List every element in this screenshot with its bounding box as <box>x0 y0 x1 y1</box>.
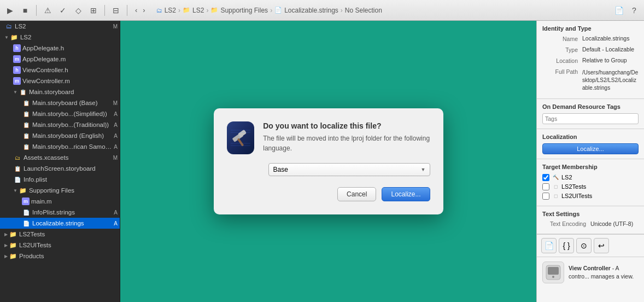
breadcrumb: 🗂 LS2 › 📁 LS2 › 📁 Supporting Files › 📄 L… <box>156 7 609 14</box>
main-m-icon: m <box>22 198 30 205</box>
nav-buttons: ‹ › <box>133 5 148 15</box>
sidebar-item-localizable-strings[interactable]: 📄 Localizable.strings A <box>0 218 120 229</box>
modal-select-wrapper: Base English Simplified Chinese Traditio… <box>268 163 430 176</box>
m-icon: m <box>13 55 21 63</box>
back-button[interactable]: ‹ <box>133 5 139 15</box>
modal-dialog: Do you want to localize this file? The f… <box>214 108 443 214</box>
sidebar-item-launchscreen[interactable]: 📋 LaunchScreen.storyboard <box>0 163 120 174</box>
sidebar-item-infoplist-strings[interactable]: 📄 InfoPlist.strings A <box>0 207 120 218</box>
storyboard-base-icon: 📋 <box>22 98 31 107</box>
breadcrumb-item-2[interactable]: 📁 LS2 <box>183 7 204 14</box>
forward-button[interactable]: › <box>140 5 147 15</box>
collapse-arrow-6: ▶ <box>4 254 8 259</box>
sidebar-item-appdelegate-h[interactable]: h AppDelegate.h <box>0 43 120 54</box>
file-icon[interactable]: 📄 <box>613 5 624 16</box>
target-ls2-checkbox[interactable] <box>542 174 549 181</box>
sidebar-item-ls2[interactable]: ▼ 📁 LS2 <box>0 32 120 43</box>
sidebar-item-main-storyboard[interactable]: ▼ 📋 Main.storyboard <box>0 86 120 97</box>
location-row: Location Relative to Group <box>542 57 639 66</box>
sidebar-item-storyboard-base[interactable]: 📋 Main.storyboard (Base) M <box>0 97 120 108</box>
run-button[interactable]: ▶ <box>4 5 15 16</box>
bottom-icons: 📄 { } ⊙ ↩ <box>537 234 644 257</box>
encoding-label: Text Encoding <box>542 220 586 227</box>
identity-type-title: Identity and Type <box>542 25 639 32</box>
collapse-arrow-5: ▶ <box>4 243 8 248</box>
localize-btn[interactable]: Localize... <box>542 143 639 154</box>
toolbar-right: 📄 ? <box>613 5 640 16</box>
sidebar-item-main-m[interactable]: m main.m <box>0 196 120 207</box>
target-membership-section: Target Membership 🔨 LS2 ◻ LS2Tests ◻ LS2… <box>537 159 644 206</box>
ls2tests-icon: 📁 <box>9 230 17 239</box>
stop-button[interactable]: ■ <box>20 5 31 16</box>
plist-icon: 📄 <box>13 175 22 184</box>
sidebar-item-viewcontroller-m[interactable]: m ViewController.m <box>0 76 120 86</box>
text-settings-section: Text Settings Text Encoding Unicode (UTF… <box>537 206 644 234</box>
sidebar-item-ls2uitests[interactable]: ▶ 📁 LS2UITests <box>0 240 120 251</box>
breadcrumb-item-1[interactable]: 🗂 LS2 <box>156 7 176 14</box>
on-demand-section: On Demand Resource Tags <box>537 99 644 129</box>
help-icon[interactable]: ? <box>629 5 640 16</box>
identity-type-section: Identity and Type Name Localizable.strin… <box>537 21 644 99</box>
cancel-button[interactable]: Cancel <box>337 187 376 201</box>
encoding-value: Unicode (UTF-8) <box>590 220 633 227</box>
localization-title: Localization <box>542 133 639 140</box>
folder-icon: 📁 <box>10 33 19 42</box>
vc-text: View Controller - A contro... manages a … <box>569 264 639 280</box>
checkmark-icon[interactable]: ✓ <box>57 5 68 16</box>
name-value: Localizable.strings <box>582 35 639 42</box>
breadcrumb-item-3[interactable]: 📁 Supporting Files <box>210 7 268 14</box>
modal-buttons: Cancel Localize... <box>227 187 430 201</box>
location-value: Relative to Group <box>582 57 639 63</box>
target-ls2uitests-checkbox[interactable] <box>542 193 549 200</box>
breadcrumb-item-4[interactable]: 📄 Localizable.strings <box>274 7 338 14</box>
language-dropdown[interactable]: Base English Simplified Chinese Traditio… <box>268 163 430 176</box>
project-icon: 🗂 <box>4 22 13 31</box>
localize-button[interactable]: Localize... <box>382 187 430 201</box>
modal-title: Do you want to localize this file? <box>263 121 430 130</box>
storyboard-traditional-icon: 📋 <box>22 120 31 129</box>
h-icon: h <box>13 44 21 52</box>
modal-header: Do you want to localize this file? The f… <box>227 121 430 154</box>
sidebar-item-storyboard-traditional[interactable]: 📋 Main.storybо...(Traditional)) A <box>0 119 120 130</box>
sidebar-item-viewcontroller-h[interactable]: h ViewController.h <box>0 65 120 76</box>
localizable-strings-icon: 📄 <box>22 219 31 228</box>
breadcrumb-item-5: No Selection <box>345 7 382 14</box>
modal-text: Do you want to localize this file? The f… <box>263 121 430 153</box>
content-area: Do you want to localize this file? The f… <box>120 21 536 302</box>
sidebar-item-storyboard-samoa[interactable]: 📋 Main.storybо...rican Samoa)) A <box>0 141 120 152</box>
sidebar-item-storyboard-english[interactable]: 📋 Main.storyboard (English) A <box>0 130 120 141</box>
svg-rect-8 <box>548 267 559 275</box>
grid-icon[interactable]: ⊞ <box>88 5 99 16</box>
bottom-icon-code[interactable]: { } <box>559 238 574 253</box>
sidebar-item-assets[interactable]: 🗂 Assets.xcassets M <box>0 152 120 163</box>
right-panel: Identity and Type Name Localizable.strin… <box>536 21 644 302</box>
grid2-icon[interactable]: ⊟ <box>110 5 121 16</box>
bottom-icon-file[interactable]: 📄 <box>541 238 557 253</box>
name-row: Name Localizable.strings <box>542 35 639 44</box>
full-path-value: /Users/huangchang/Desktop/LS2/LS2/Locali… <box>582 69 639 92</box>
bottom-icon-target[interactable]: ⊙ <box>576 238 592 253</box>
target-ls2tests-icon: ◻ <box>552 183 559 190</box>
target-ls2uitests-label: LS2UITests <box>561 193 592 199</box>
modal-overlay: Do you want to localize this file? The f… <box>120 21 536 302</box>
sidebar-item-ls2tests[interactable]: ▶ 📁 LS2Tests <box>0 229 120 240</box>
warning-icon[interactable]: ⚠ <box>42 5 53 16</box>
sidebar-item-appdelegate-m[interactable]: m AppDelegate.m <box>0 54 120 65</box>
sidebar-item-info-plist[interactable]: 📄 Info.plist <box>0 174 120 185</box>
target-ls2tests-checkbox[interactable] <box>542 183 549 190</box>
tags-input[interactable] <box>542 113 639 124</box>
bottom-icon-history[interactable]: ↩ <box>594 238 609 253</box>
m-icon-2: m <box>13 77 21 85</box>
type-row: Type Default - Localizable <box>542 46 639 55</box>
target-ls2uitests-icon: ◻ <box>552 192 559 200</box>
storyboard-samoa-icon: 📋 <box>22 142 31 151</box>
sidebar-item-storyboard-simplified[interactable]: 📋 Main.storybо...(Simplified)) A <box>0 108 120 119</box>
sidebar-item-supporting-files[interactable]: ▼ 📁 Supporting Files <box>0 185 120 196</box>
sidebar-item-products[interactable]: ▶ 📁 Products <box>0 251 120 262</box>
diamond-icon[interactable]: ◇ <box>73 5 84 16</box>
svg-point-9 <box>552 276 554 278</box>
vc-thumbnail: View Controller - A contro... manages a … <box>537 257 644 288</box>
location-label: Location <box>542 57 578 64</box>
on-demand-title: On Demand Resource Tags <box>542 103 639 110</box>
sidebar-item-project[interactable]: 🗂 LS2 M <box>0 21 120 32</box>
